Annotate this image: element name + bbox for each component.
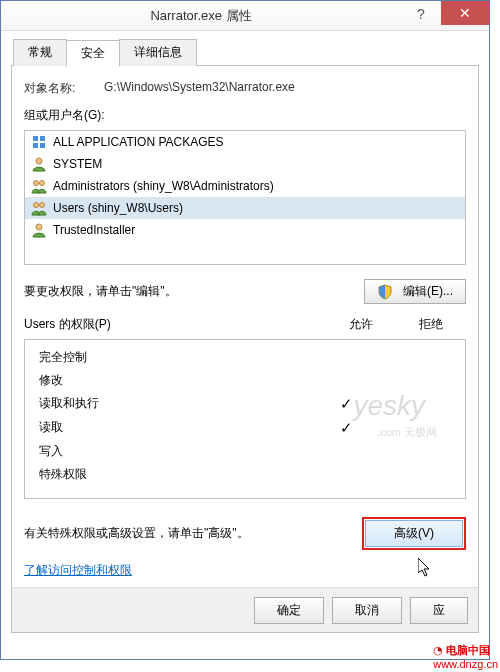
object-row: 对象名称: G:\Windows\System32\Narrator.exe — [24, 80, 466, 97]
site-badge-icon: ◔ — [433, 644, 443, 656]
perm-deny — [381, 466, 451, 483]
tab-content-security: 对象名称: G:\Windows\System32\Narrator.exe 组… — [11, 65, 479, 633]
perm-allow — [311, 349, 381, 366]
window-title: Narrator.exe 属性 — [1, 7, 401, 25]
group-item[interactable]: Administrators (shiny_W8\Administrators) — [25, 175, 465, 197]
perm-deny — [381, 419, 451, 437]
ok-button[interactable]: 确定 — [254, 597, 324, 624]
groups-label: 组或用户名(G): — [24, 107, 466, 124]
groups-listbox[interactable]: ALL APPLICATION PACKAGESSYSTEMAdministra… — [24, 130, 466, 265]
group-item-label: TrustedInstaller — [53, 223, 135, 237]
group-item-label: Users (shiny_W8\Users) — [53, 201, 183, 215]
tab-details[interactable]: 详细信息 — [119, 39, 197, 66]
group-item-label: ALL APPLICATION PACKAGES — [53, 135, 224, 149]
perm-row: 特殊权限 — [25, 463, 465, 486]
group-item[interactable]: SYSTEM — [25, 153, 465, 175]
perms-listbox: yesky .com 天极网 完全控制修改读取和执行✓读取✓写入特殊权限 — [24, 339, 466, 499]
object-value: G:\Windows\System32\Narrator.exe — [104, 80, 466, 97]
group-item-label: Administrators (shiny_W8\Administrators) — [53, 179, 274, 193]
tabs: 常规 安全 详细信息 — [13, 39, 489, 66]
advanced-button-highlight: 高级(V) — [362, 517, 466, 550]
titlebar: Narrator.exe 属性 ? ✕ — [1, 1, 489, 31]
group-item-label: SYSTEM — [53, 157, 102, 171]
group-item[interactable]: Users (shiny_W8\Users) — [25, 197, 465, 219]
perm-name: 特殊权限 — [39, 466, 311, 483]
edit-button[interactable]: 编辑(E)... — [364, 279, 466, 304]
learn-link[interactable]: 了解访问控制和权限 — [24, 563, 132, 577]
user-icon — [31, 222, 47, 238]
perm-row: 写入 — [25, 440, 465, 463]
site-badge-cn: 电脑中国 — [446, 644, 490, 656]
close-button[interactable]: ✕ — [441, 1, 489, 25]
perms-col-allow: 允许 — [326, 316, 396, 333]
perm-row: 完全控制 — [25, 346, 465, 369]
perm-name: 完全控制 — [39, 349, 311, 366]
perm-row: 读取和执行✓ — [25, 392, 465, 416]
edit-button-label: 编辑(E)... — [403, 283, 453, 300]
perms-header-label: Users 的权限(P) — [24, 316, 326, 333]
svg-point-4 — [36, 158, 42, 164]
perm-allow — [311, 372, 381, 389]
advanced-button-label: 高级(V) — [394, 526, 434, 540]
perm-name: 读取 — [39, 419, 311, 437]
perm-deny — [381, 443, 451, 460]
user-icon — [31, 156, 47, 172]
perm-row: 读取✓ — [25, 416, 465, 440]
apply-button[interactable]: 应 — [410, 597, 468, 624]
svg-rect-1 — [40, 136, 45, 141]
svg-rect-3 — [40, 143, 45, 148]
users-icon — [31, 200, 47, 216]
advanced-row: 有关特殊权限或高级设置，请单击"高级"。 高级(V) — [24, 517, 466, 550]
object-label: 对象名称: — [24, 80, 104, 97]
users-icon — [31, 178, 47, 194]
svg-rect-0 — [33, 136, 38, 141]
site-badge: ◔ 电脑中国 www.dnzg.cn — [433, 643, 498, 670]
edit-text: 要更改权限，请单击"编辑"。 — [24, 283, 177, 300]
perms-col-deny: 拒绝 — [396, 316, 466, 333]
perm-name: 修改 — [39, 372, 311, 389]
perm-row: 修改 — [25, 369, 465, 392]
perm-allow — [311, 466, 381, 483]
svg-point-5 — [34, 181, 39, 186]
perm-name: 读取和执行 — [39, 395, 311, 413]
advanced-button[interactable]: 高级(V) — [365, 520, 463, 547]
svg-point-7 — [34, 203, 39, 208]
properties-window: Narrator.exe 属性 ? ✕ 常规 安全 详细信息 对象名称: G:\… — [0, 0, 490, 660]
cancel-button[interactable]: 取消 — [332, 597, 402, 624]
perm-allow: ✓ — [311, 395, 381, 413]
group-item[interactable]: ALL APPLICATION PACKAGES — [25, 131, 465, 153]
group-item[interactable]: TrustedInstaller — [25, 219, 465, 241]
perm-deny — [381, 372, 451, 389]
perm-deny — [381, 349, 451, 366]
advanced-text: 有关特殊权限或高级设置，请单击"高级"。 — [24, 525, 249, 542]
tab-security[interactable]: 安全 — [66, 40, 120, 67]
svg-rect-2 — [33, 143, 38, 148]
edit-row: 要更改权限，请单击"编辑"。 编辑(E)... — [24, 279, 466, 304]
site-badge-url: www.dnzg.cn — [433, 658, 498, 670]
svg-point-8 — [40, 203, 45, 208]
tab-general[interactable]: 常规 — [13, 39, 67, 66]
pkg-icon — [31, 134, 47, 150]
help-button[interactable]: ? — [401, 1, 441, 27]
perm-deny — [381, 395, 451, 413]
perm-name: 写入 — [39, 443, 311, 460]
shield-icon — [377, 284, 393, 300]
svg-point-9 — [36, 224, 42, 230]
perms-header: Users 的权限(P) 允许 拒绝 — [24, 316, 466, 333]
perm-allow — [311, 443, 381, 460]
window-controls: ? ✕ — [401, 1, 489, 30]
perm-allow: ✓ — [311, 419, 381, 437]
dialog-footer: 确定 取消 应 — [12, 587, 478, 632]
svg-point-6 — [40, 181, 45, 186]
